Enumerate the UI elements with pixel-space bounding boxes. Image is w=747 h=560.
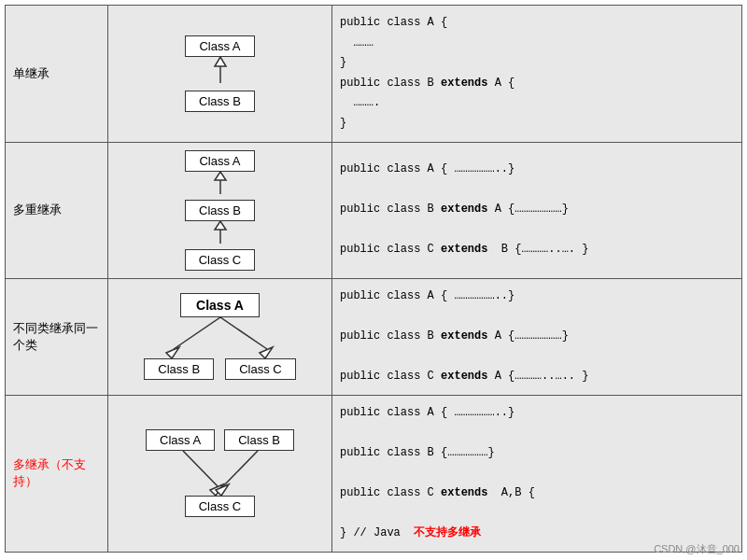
code-line bbox=[340, 504, 734, 525]
class-box-a2: Class A bbox=[185, 150, 254, 172]
code-line bbox=[340, 180, 734, 201]
code-line bbox=[340, 306, 734, 327]
keyword-extends: extends bbox=[441, 203, 487, 216]
diagram-multi-inherit: Class A Class B Class C bbox=[108, 142, 332, 278]
label-no-multi: 多继承（不支持） bbox=[6, 395, 108, 552]
label-diff-inherit: 不同类继承同一个类 bbox=[6, 278, 108, 395]
arrow-up-multi2 bbox=[211, 221, 230, 249]
table-row: 不同类继承同一个类 Class A Class B Class C bbox=[6, 278, 742, 395]
svg-marker-7 bbox=[166, 347, 179, 358]
label-red-text: 多继承（不支持） bbox=[13, 457, 86, 488]
code-line bbox=[340, 463, 734, 483]
diagram-single-inherit: Class A Class B bbox=[108, 6, 332, 143]
svg-line-12 bbox=[223, 451, 258, 486]
class-box-a3: Class A bbox=[180, 293, 260, 317]
code-line: public class C extends A {…………..….. } bbox=[340, 367, 734, 387]
diagram-diff-inherit: Class A Class B Class C bbox=[108, 278, 332, 395]
code-line: } // Java 不支持多继承 bbox=[340, 524, 734, 544]
keyword-extends: extends bbox=[441, 243, 487, 256]
label-single-inherit: 单继承 bbox=[6, 6, 108, 143]
code-line: public class A { ………………..} bbox=[340, 287, 734, 307]
no-multi-warning: 不支持多继承 bbox=[414, 526, 481, 539]
class-box-c4: Class C bbox=[185, 496, 256, 517]
code-line: public class B extends A { bbox=[340, 74, 734, 94]
svg-marker-1 bbox=[215, 57, 226, 66]
code-no-multi: public class A { ………………..} public class … bbox=[332, 395, 742, 552]
class-box-b2: Class B bbox=[185, 200, 255, 221]
arrow-up-multi1 bbox=[211, 172, 230, 200]
table-row: 多重继承 Class A Class B Class C public clas… bbox=[6, 142, 742, 278]
class-box-b4: Class B bbox=[224, 429, 294, 451]
class-box-a4: Class A bbox=[146, 429, 215, 451]
arrow-up-single bbox=[211, 57, 230, 91]
table-row: 多继承（不支持） Class A Class B Class C bbox=[6, 395, 742, 552]
code-line: public class B extends A {…………………} bbox=[340, 327, 734, 347]
inheritance-table: 单继承 Class A Class B public class A { ………… bbox=[5, 5, 742, 553]
svg-line-6 bbox=[174, 317, 220, 349]
keyword-extends: extends bbox=[441, 77, 487, 90]
code-line: ……… bbox=[340, 34, 734, 54]
keyword-extends: extends bbox=[441, 486, 487, 499]
code-line: public class B extends A {…………………} bbox=[340, 200, 734, 220]
diagram-no-multi: Class A Class B Class C bbox=[108, 395, 332, 552]
svg-marker-5 bbox=[215, 221, 226, 230]
code-line: public class B {………………} bbox=[340, 443, 734, 464]
code-line: public class A { ………………..} bbox=[340, 160, 734, 180]
arrow-merge bbox=[141, 451, 300, 496]
code-line bbox=[340, 220, 734, 241]
watermark: CSDN @沐音_000 bbox=[654, 542, 740, 556]
keyword-extends: extends bbox=[441, 370, 487, 383]
arrow-fork bbox=[146, 317, 295, 358]
label-multi-inherit: 多重继承 bbox=[6, 142, 108, 278]
svg-marker-3 bbox=[215, 172, 226, 180]
code-line: public class C extends A,B { bbox=[340, 483, 734, 504]
class-box-c2: Class C bbox=[185, 249, 256, 271]
code-line bbox=[340, 423, 734, 443]
class-box-c3: Class C bbox=[225, 358, 296, 380]
svg-line-10 bbox=[183, 451, 218, 486]
code-line: public class C extends B {…………..…. } bbox=[340, 240, 734, 260]
code-line: public class A { bbox=[340, 13, 734, 34]
code-line bbox=[340, 346, 734, 367]
code-multi-inherit: public class A { ………………..} public class … bbox=[332, 142, 742, 278]
svg-line-8 bbox=[220, 317, 267, 349]
code-line: ………. bbox=[340, 93, 734, 114]
class-box-b3: Class B bbox=[144, 358, 214, 380]
keyword-extends: extends bbox=[441, 329, 487, 343]
code-line: public class A { ………………..} bbox=[340, 403, 734, 424]
class-box-b: Class B bbox=[185, 91, 255, 112]
class-box-a: Class A bbox=[185, 35, 254, 57]
code-diff-inherit: public class A { ………………..} public class … bbox=[332, 278, 742, 395]
code-line: } bbox=[340, 114, 734, 134]
table-row: 单继承 Class A Class B public class A { ………… bbox=[6, 6, 742, 143]
code-line: } bbox=[340, 53, 734, 74]
code-single-inherit: public class A { ……… } public class B ex… bbox=[332, 6, 742, 143]
